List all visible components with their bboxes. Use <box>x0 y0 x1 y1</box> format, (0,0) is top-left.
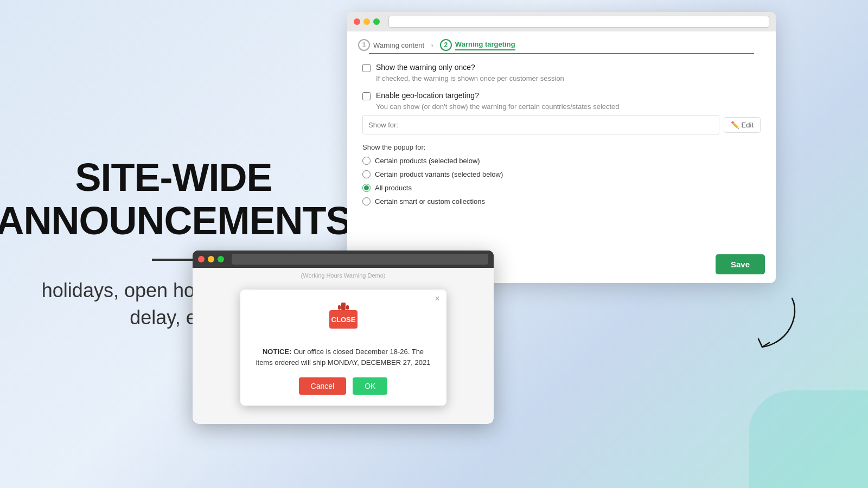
popup-notice: NOTICE: Our office is closed December 18… <box>256 346 431 368</box>
demo-address-bar[interactable] <box>232 254 488 265</box>
radio-row-1: Certain product variants (selected below… <box>362 170 761 178</box>
traffic-light-yellow[interactable] <box>363 18 370 25</box>
geo-label: Enable geo-location targeting? <box>376 91 479 100</box>
radio-group: Certain products (selected below) Certai… <box>362 157 761 206</box>
geo-input[interactable] <box>362 115 719 134</box>
step-1-circle: 1 <box>358 39 370 51</box>
traffic-light-green[interactable] <box>373 18 380 25</box>
radio-certain-products[interactable] <box>362 157 371 165</box>
demo-traffic-light-yellow[interactable] <box>208 256 214 262</box>
popup-ok-button[interactable]: OK <box>353 377 387 395</box>
save-btn-container: Save <box>716 254 765 274</box>
step-2[interactable]: 2 Warning targeting <box>440 39 515 51</box>
title-line2: ANNOUNCEMENTS <box>0 199 352 242</box>
step-1-label: Warning content <box>373 41 424 49</box>
browser-main: 1 Warning content › 2 Warning targeting … <box>347 12 776 283</box>
svg-rect-2 <box>346 305 349 310</box>
radio-label-certain-products: Certain products (selected below) <box>375 157 480 165</box>
radio-collections[interactable] <box>362 197 371 206</box>
svg-rect-1 <box>338 305 341 310</box>
step-2-label: Warning targeting <box>455 40 515 50</box>
geo-row: Enable geo-location targeting? You can s… <box>362 91 761 134</box>
step-separator: › <box>431 41 433 49</box>
radio-all-products[interactable] <box>362 184 371 192</box>
stepper: 1 Warning content › 2 Warning targeting <box>347 31 776 51</box>
edit-pencil-icon: ✏️ <box>731 121 739 129</box>
radio-product-variants[interactable] <box>362 170 371 178</box>
popup-notice-bold: NOTICE: <box>263 348 291 356</box>
decoration-blob <box>749 390 868 488</box>
step-2-circle: 2 <box>440 39 452 51</box>
radio-row-0: Certain products (selected below) <box>362 157 761 165</box>
popup-modal: × CLOSE NOTICE: Our office is closed Dec… <box>240 290 446 406</box>
radio-label-all-products: All products <box>375 184 412 192</box>
demo-content: (Working Hours Warning Demo) × CLOSE NOT… <box>193 268 494 424</box>
show-once-label: Show the warning only once? <box>376 63 475 72</box>
geo-checkbox[interactable] <box>362 92 371 100</box>
popup-icon: CLOSE <box>256 303 431 340</box>
close-sign-svg: CLOSE <box>327 303 360 338</box>
popup-buttons: Cancel OK <box>256 377 431 395</box>
show-once-row: Show the warning only once? If checked, … <box>362 63 761 82</box>
title-line1: SITE-WIDE <box>75 156 272 199</box>
browser-demo-titlebar <box>193 251 494 268</box>
form-content: Show the warning only once? If checked, … <box>347 54 776 223</box>
demo-bg-text: (Working Hours Warning Demo) <box>301 272 386 279</box>
show-once-hint: If checked, the warning is shown once pe… <box>376 74 761 82</box>
demo-traffic-light-red[interactable] <box>198 256 205 262</box>
demo-traffic-light-green[interactable] <box>218 256 224 262</box>
show-once-checkbox[interactable] <box>362 64 371 72</box>
address-bar[interactable] <box>388 16 769 28</box>
svg-text:CLOSE: CLOSE <box>331 316 355 324</box>
main-title: SITE-WIDE ANNOUNCEMENTS <box>0 156 352 242</box>
radio-row-2: All products <box>362 184 761 192</box>
svg-rect-0 <box>341 303 346 310</box>
arrow-annotation <box>743 287 814 358</box>
browser-demo: (Working Hours Warning Demo) × CLOSE NOT… <box>193 251 494 424</box>
popup-close-button[interactable]: × <box>435 294 439 304</box>
radio-row-3: Certain smart or custom collections <box>362 197 761 206</box>
browser-titlebar <box>347 12 776 31</box>
edit-button[interactable]: ✏️ Edit <box>724 117 761 133</box>
radio-label-collections: Certain smart or custom collections <box>375 197 485 206</box>
save-button[interactable]: Save <box>716 254 765 274</box>
popup-cancel-button[interactable]: Cancel <box>299 377 347 395</box>
edit-btn-label: Edit <box>742 121 754 129</box>
step-1[interactable]: 1 Warning content <box>358 39 424 51</box>
popup-section-label: Show the popup for: <box>362 143 761 151</box>
title-divider <box>152 259 195 261</box>
traffic-light-red[interactable] <box>354 18 360 25</box>
radio-label-product-variants: Certain product variants (selected below… <box>375 170 503 178</box>
geo-hint: You can show (or don't show) the warning… <box>376 102 761 111</box>
radio-section: Show the popup for: Certain products (se… <box>362 143 761 206</box>
